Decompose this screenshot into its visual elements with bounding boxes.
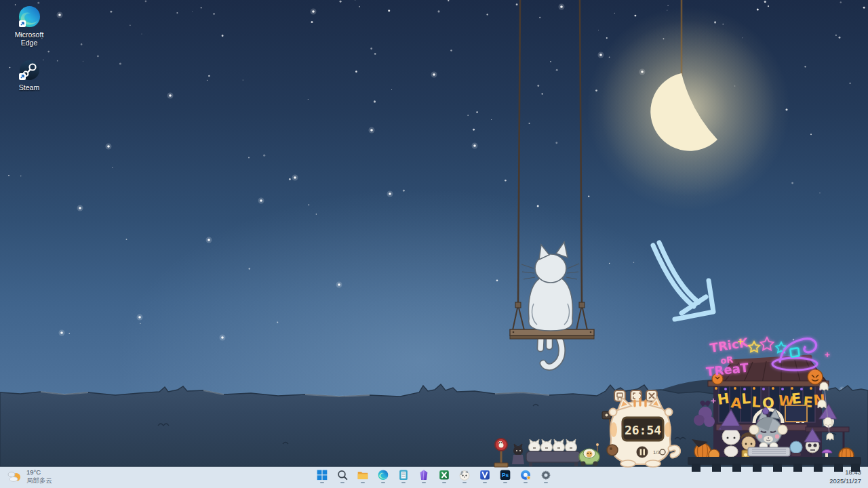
taskbar: 19°C 局部多云	[0, 466, 868, 488]
tray-date: 2025/11/27	[829, 477, 861, 486]
ground	[0, 384, 868, 466]
cat-clock-widget[interactable]: 26:54 1/3	[602, 390, 678, 467]
clock-pause-button[interactable]	[637, 447, 648, 458]
taskbar-quark-browser-button[interactable]	[519, 469, 532, 483]
desktop: TRicK oR TReaT HALLOWEEN	[0, 0, 868, 488]
taskbar-notes-app-button[interactable]	[397, 469, 410, 483]
weather-icon	[7, 469, 22, 484]
swing-cat	[510, 0, 594, 367]
wallpaper-scene: TRicK oR TReaT HALLOWEEN	[0, 0, 868, 488]
desktop-icon-edge[interactable]: Microsoft Edge	[3, 5, 55, 47]
taskbar-search-button[interactable]	[336, 469, 349, 483]
taskbar-edge-button[interactable]	[377, 469, 389, 483]
clock-page: 1/3	[653, 449, 660, 455]
taskbar-start-button[interactable]	[316, 469, 328, 483]
svg-text:O: O	[762, 394, 776, 412]
clock-time: 26:54	[625, 423, 661, 437]
svg-text:L: L	[751, 394, 762, 411]
clock-loop-icon[interactable]	[660, 449, 665, 455]
neon-treat: TReaT	[705, 360, 749, 379]
arrow-doodle	[653, 243, 713, 319]
taskbar-photoshop-button[interactable]: Ps	[499, 469, 511, 483]
taskbar-obsidian-button[interactable]	[418, 469, 430, 483]
svg-text:H: H	[716, 390, 730, 408]
desktop-icon-label: Microsoft Edge	[7, 30, 51, 47]
desktop-icon-steam[interactable]: Steam	[3, 60, 55, 92]
taskbar-excel-button[interactable]	[438, 469, 450, 483]
svg-text:L: L	[741, 390, 751, 407]
tray-time: 18:43	[829, 468, 861, 477]
svg-text:N: N	[812, 392, 826, 409]
taskbar-center-icons: Ps	[316, 469, 552, 483]
edge-logo-icon	[18, 5, 41, 30]
halloween-banner: HALLOWEEN	[716, 390, 826, 412]
clock-close-button[interactable]	[646, 390, 657, 401]
weather-condition: 局部多云	[26, 476, 52, 485]
neon-or: oR	[720, 354, 734, 366]
cat-bus-widget[interactable]	[494, 439, 599, 467]
desktop-icon-label: Steam	[7, 83, 51, 92]
taskbar-clock[interactable]: 18:43 2025/11/27	[829, 468, 861, 486]
clock-expand-button[interactable]	[631, 390, 642, 401]
halloween-widget[interactable]: TRicK oR TReaT HALLOWEEN	[688, 335, 861, 472]
svg-text:E: E	[803, 394, 814, 411]
stars	[8, 0, 865, 393]
svg-text:Ps: Ps	[502, 472, 509, 479]
neon-trick: TRicK	[709, 335, 750, 355]
svg-text:A: A	[730, 394, 743, 412]
taskbar-cat-app-button[interactable]	[458, 469, 471, 483]
moon	[600, 0, 776, 197]
taskbar-visio-button[interactable]	[479, 469, 491, 483]
taskbar-file-explorer-button[interactable]	[357, 469, 369, 483]
hill	[644, 380, 792, 397]
taskbar-settings-button[interactable]	[540, 469, 552, 483]
svg-text:E: E	[791, 390, 802, 407]
clock-screen-button[interactable]	[614, 390, 625, 401]
svg-text:W: W	[778, 392, 795, 410]
ball-toy[interactable]	[607, 445, 618, 455]
taskbar-weather-widget[interactable]: 19°C 局部多云	[7, 468, 52, 485]
weather-temp: 19°C	[26, 468, 52, 476]
steam-logo-icon	[19, 60, 40, 83]
